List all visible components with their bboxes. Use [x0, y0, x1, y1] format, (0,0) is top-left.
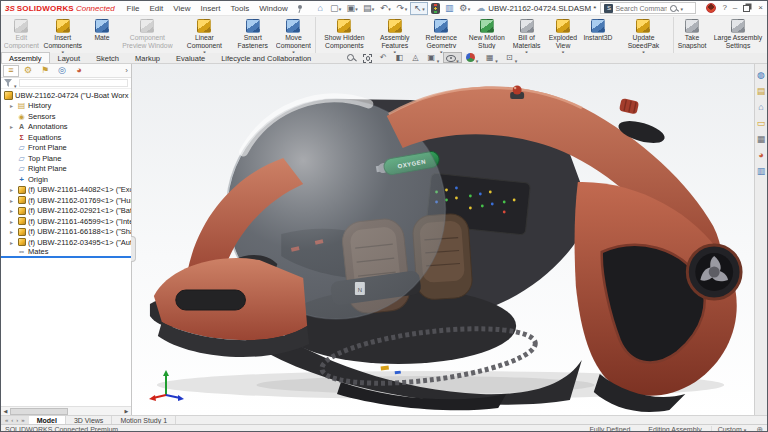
appearances-tab[interactable]: ◕: [756, 150, 767, 161]
scroll-right-icon[interactable]: ▶: [122, 407, 131, 416]
user-avatar[interactable]: [706, 3, 716, 13]
tree-item-equations[interactable]: Σ Equations: [1, 132, 131, 143]
scroll-left-icon[interactable]: ◀: [1, 407, 10, 416]
dynamic-annotation-views-button[interactable]: ◬: [407, 52, 423, 63]
tree-item-front-plane[interactable]: ▱ Front Plane: [1, 143, 131, 154]
tree-item-component[interactable]: (f) UBW-21162-03495<1> ("Auto Co: [1, 237, 131, 248]
tab-scroll-icon[interactable]: «: [4, 417, 9, 423]
design-library-tab[interactable]: ▤: [756, 86, 767, 97]
update-speedpak-subassemblies-button[interactable]: Update SpeedPak Subassemblies: [615, 17, 672, 53]
bill-of-materials-button[interactable]: Bill of Materials: [508, 17, 545, 53]
menu-item[interactable]: Insert: [197, 3, 225, 14]
tab-assembly[interactable]: Assembly: [1, 52, 50, 63]
print-button[interactable]: ▤: [361, 2, 377, 15]
displaymanager-tab[interactable]: ◕: [71, 65, 87, 77]
zoom-to-fit-button[interactable]: [343, 52, 359, 63]
scrollbar-thumb[interactable]: [10, 408, 68, 415]
expand-arrow-icon[interactable]: [10, 238, 17, 247]
previous-view-button[interactable]: ↶: [375, 52, 391, 63]
tab-markup[interactable]: Markup: [127, 52, 168, 63]
expand-arrow-icon[interactable]: [10, 227, 17, 236]
filter-input[interactable]: [19, 79, 128, 87]
panel-horizontal-scrollbar[interactable]: ◀ ▶: [1, 406, 131, 415]
propertymanager-tab[interactable]: ⚙: [20, 65, 36, 77]
tree-item-component[interactable]: (f) UBW-21162-02921<1> ("Battery S: [1, 206, 131, 217]
home-tab[interactable]: ⌂: [756, 102, 767, 113]
menu-item[interactable]: Edit: [146, 3, 168, 14]
filter-icon[interactable]: [4, 79, 12, 87]
instant3d-button[interactable]: Instant3D: [581, 17, 615, 53]
exploded-view-button[interactable]: Exploded View: [545, 17, 581, 53]
options-button[interactable]: ⚙: [457, 2, 473, 15]
take-snapshot-button[interactable]: Take Snapshot: [673, 17, 710, 53]
section-view-button[interactable]: ◧: [391, 52, 407, 63]
tree-item-component[interactable]: (f) UBW-21161-44082<1> ("Exostruct: [1, 185, 131, 196]
new-document-button[interactable]: ▢: [328, 2, 344, 15]
view-palette-tab[interactable]: ▦: [756, 134, 767, 145]
expand-arrow-icon[interactable]: [10, 206, 17, 215]
pin-menu-icon[interactable]: [296, 4, 304, 13]
search-dropdown-caret[interactable]: [680, 4, 683, 13]
display-style-button[interactable]: ▣: [423, 52, 443, 63]
tree-item-top-plane[interactable]: ▱ Top Plane: [1, 153, 131, 164]
expand-arrow-icon[interactable]: [10, 217, 17, 226]
dimxpertmanager-tab[interactable]: ◎: [54, 65, 70, 77]
restore-button[interactable]: [743, 5, 750, 12]
show-hidden-components-button[interactable]: Show Hidden Components: [315, 17, 372, 53]
menu-item[interactable]: File: [123, 3, 144, 14]
tree-item-annotations[interactable]: A Annotations: [1, 122, 131, 133]
view-settings-button[interactable]: ⊡: [501, 52, 521, 63]
tree-item-component[interactable]: (f) UBW-21162-01769<1> ("Human I: [1, 195, 131, 206]
edit-component-button[interactable]: Edit Component: [2, 17, 41, 53]
redo-button[interactable]: ↷: [394, 2, 410, 15]
tree-root-assembly[interactable]: UBW-21162-04724 ("U-Boat Worx NEMO: [1, 90, 131, 101]
configurationmanager-tab[interactable]: ⚑: [37, 65, 53, 77]
expand-arrow-icon[interactable]: [10, 185, 17, 194]
new-motion-study-button[interactable]: New Motion Study: [465, 17, 508, 53]
tab-layout[interactable]: Layout: [50, 52, 89, 63]
graphics-area[interactable]: N OXYGEN: [132, 64, 754, 415]
zoom-to-area-button[interactable]: [359, 52, 375, 63]
expand-arrow-icon[interactable]: [10, 101, 17, 110]
close-button[interactable]: ×: [758, 3, 763, 13]
tab-evaluate[interactable]: Evaluate: [168, 52, 213, 63]
move-component-button[interactable]: Move Component: [273, 17, 315, 53]
3dexperience-tab[interactable]: ◍: [756, 70, 767, 81]
select-button[interactable]: ↖: [410, 2, 428, 15]
panel-flyout-chevron[interactable]: ›: [123, 66, 130, 75]
panel-splitter-handle[interactable]: [131, 236, 136, 262]
smart-fasteners-button[interactable]: Smart Fasteners: [233, 17, 273, 53]
tab-motion-study-1[interactable]: Motion Study 1: [112, 416, 176, 424]
search-input[interactable]: [615, 5, 667, 12]
tree-item-sensors[interactable]: ◉ Sensors: [1, 111, 131, 122]
help-button[interactable]: ?: [722, 3, 726, 13]
save-button[interactable]: ▣: [344, 2, 360, 15]
tab-scroll-icon[interactable]: ‹: [10, 417, 14, 423]
undo-button[interactable]: ↶: [377, 2, 393, 15]
units-selector[interactable]: Custom: [711, 426, 753, 432]
web-help-icon[interactable]: ⊕: [756, 425, 763, 432]
file-explorer-tab[interactable]: ▭: [756, 118, 767, 129]
apply-scene-button[interactable]: ▦: [482, 52, 502, 63]
tab-lifecycle-and-collaboration[interactable]: Lifecycle and Collaboration: [213, 52, 319, 63]
tab-3d-views[interactable]: 3D Views: [66, 416, 112, 424]
rebuild-button[interactable]: [429, 2, 442, 15]
tab-model[interactable]: Model: [29, 416, 66, 424]
tree-item-component[interactable]: (f) UBW-21161-46599<1> ("Interior": [1, 216, 131, 227]
menu-item[interactable]: Window: [255, 3, 291, 14]
hide-show-items-button[interactable]: [443, 52, 463, 63]
linear-component-pattern-button[interactable]: Linear Component Pattern: [176, 17, 233, 53]
home-button[interactable]: ⌂: [314, 2, 327, 15]
tree-item-right-plane[interactable]: ▱ Right Plane: [1, 164, 131, 175]
expand-arrow-icon[interactable]: [10, 122, 17, 131]
menu-item[interactable]: View: [169, 3, 194, 14]
insert-components-button[interactable]: Insert Components: [41, 17, 85, 53]
minimize-button[interactable]: –: [733, 3, 737, 13]
expand-arrow-icon[interactable]: [10, 196, 17, 205]
assembly-features-button[interactable]: Assembly Features: [372, 17, 417, 53]
tree-item-mates[interactable]: ∞ Mates: [1, 248, 131, 259]
component-preview-window-button[interactable]: Component Preview Window: [119, 17, 176, 53]
tree-item-history[interactable]: ▤ History: [1, 101, 131, 112]
custom-properties-tab[interactable]: ▥: [756, 166, 767, 177]
search-commands-box[interactable]: S: [600, 2, 696, 14]
